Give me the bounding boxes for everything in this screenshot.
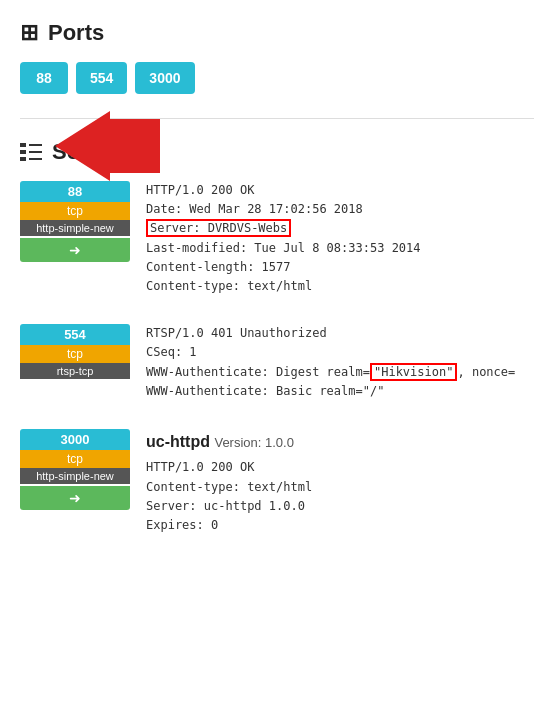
- response-line: Last-modified: Tue Jul 8 08:33:53 2014: [146, 239, 534, 258]
- response-line: Content-length: 1577: [146, 258, 534, 277]
- port-badge[interactable]: 3000: [135, 62, 194, 94]
- svg-rect-1: [20, 150, 26, 154]
- svg-rect-0: [20, 143, 26, 147]
- response-line: Content-type: text/html: [146, 277, 534, 296]
- service-proto-label: tcp: [20, 202, 130, 220]
- response-line: Expires: 0: [146, 516, 534, 535]
- service-name-label: http-simple-new: [20, 468, 130, 484]
- svg-marker-6: [55, 111, 160, 181]
- ports-section: ⊞ Ports 885543000: [20, 20, 534, 94]
- service-labels: 88tcphttp-simple-new➜: [20, 181, 130, 296]
- response-line: Server: DVRDVS-Webs: [146, 219, 534, 238]
- ports-icon: ⊞: [20, 20, 38, 46]
- service-name-label: rtsp-tcp: [20, 363, 130, 379]
- response-line: WWW-Authenticate: Basic realm="/": [146, 382, 534, 401]
- response-line: CSeq: 1: [146, 343, 534, 362]
- response-line: Server: uc-httpd 1.0.0: [146, 497, 534, 516]
- services-section: Services 88tcphttp-simple-new➜HTTP/1.0 2…: [20, 139, 534, 535]
- response-line: Date: Wed Mar 28 17:02:56 2018: [146, 200, 534, 219]
- response-line: HTTP/1.0 200 OK: [146, 181, 534, 200]
- ports-title: ⊞ Ports: [20, 20, 534, 46]
- response-line: Content-type: text/html: [146, 478, 534, 497]
- service-name-label: http-simple-new: [20, 220, 130, 236]
- service-info: uc-httpd Version: 1.0.0HTTP/1.0 200 OKCo…: [146, 429, 534, 535]
- annotation-arrow: [40, 111, 170, 186]
- response-line: WWW-Authenticate: Digest realm="Hikvisio…: [146, 363, 534, 382]
- service-proto-label: tcp: [20, 345, 130, 363]
- service-item: 3000tcphttp-simple-new➜uc-httpd Version:…: [20, 429, 534, 535]
- service-app-title: uc-httpd Version: 1.0.0: [146, 429, 534, 455]
- services-list: 88tcphttp-simple-new➜HTTP/1.0 200 OKDate…: [20, 181, 534, 535]
- service-item: 554tcprtsp-tcpRTSP/1.0 401 UnauthorizedC…: [20, 324, 534, 401]
- service-item: 88tcphttp-simple-new➜HTTP/1.0 200 OKDate…: [20, 181, 534, 296]
- highlight-value: "Hikvision": [370, 363, 457, 381]
- service-action-button[interactable]: ➜: [20, 238, 130, 262]
- service-labels: 554tcprtsp-tcp: [20, 324, 130, 401]
- svg-rect-2: [20, 157, 26, 161]
- response-line: HTTP/1.0 200 OK: [146, 458, 534, 477]
- service-port-label: 3000: [20, 429, 130, 450]
- service-port-label: 554: [20, 324, 130, 345]
- ports-row: 885543000: [20, 62, 534, 94]
- service-action-button[interactable]: ➜: [20, 486, 130, 510]
- highlight-value: Server: DVRDVS-Webs: [146, 219, 291, 237]
- port-badge[interactable]: 88: [20, 62, 68, 94]
- services-icon: [20, 143, 42, 161]
- service-info: RTSP/1.0 401 UnauthorizedCSeq: 1WWW-Auth…: [146, 324, 534, 401]
- service-info: HTTP/1.0 200 OKDate: Wed Mar 28 17:02:56…: [146, 181, 534, 296]
- service-labels: 3000tcphttp-simple-new➜: [20, 429, 130, 535]
- response-line: RTSP/1.0 401 Unauthorized: [146, 324, 534, 343]
- service-proto-label: tcp: [20, 450, 130, 468]
- port-badge[interactable]: 554: [76, 62, 127, 94]
